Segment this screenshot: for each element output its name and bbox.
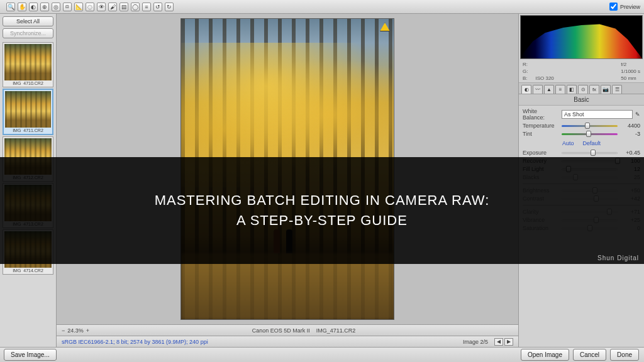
default-link[interactable]: Default <box>582 140 601 146</box>
current-filename: IMG_4711.CR2 <box>316 327 356 334</box>
hand-tool-icon[interactable]: ✋ <box>18 3 26 11</box>
preview-checkbox[interactable] <box>609 3 618 11</box>
watermark: Shun Digital <box>597 255 639 261</box>
synchronize-button[interactable]: Synchronize... <box>3 28 53 38</box>
wb-eyedropper-icon[interactable]: ✎ <box>635 111 640 118</box>
overlay-line1: MASTERING BATCH EDITING IN CAMERA RAW: <box>155 192 490 209</box>
preview-label: Preview <box>620 4 640 10</box>
rotate-ccw-icon[interactable]: ↺ <box>153 3 162 11</box>
redeye-tool-icon[interactable]: 👁 <box>97 3 106 11</box>
wb-label: White Balance: <box>523 108 559 121</box>
tab-curve[interactable]: 〰 <box>533 85 543 94</box>
tab-split[interactable]: ◧ <box>567 85 577 94</box>
prev-image-button[interactable]: ◀ <box>494 338 503 346</box>
wb-dropdown[interactable]: As Shot <box>562 110 633 119</box>
temperature-slider[interactable] <box>562 123 618 129</box>
tab-lens[interactable]: ⊙ <box>578 85 588 94</box>
histogram[interactable] <box>520 15 643 59</box>
status-bar: sRGB IEC61966-2.1; 8 bit; 2574 by 3861 (… <box>57 336 518 347</box>
wb-tool-icon[interactable]: ◐ <box>29 3 38 11</box>
exif-info: R:f/2 G:1/1000 s B:ISO 32050 mm <box>519 60 644 83</box>
next-image-button[interactable]: ▶ <box>504 338 513 346</box>
preview-toggle[interactable]: Preview <box>609 3 640 11</box>
tab-fx[interactable]: fx <box>589 85 599 94</box>
tab-hsl[interactable]: ≡ <box>555 85 565 94</box>
tool-icons: 🔍 ✋ ◐ ⊕ ◎ ⧈ 📐 ◌ 👁 🖌 ▤ ◯ ≡ ↺ ↻ <box>6 3 174 11</box>
zoom-tool-icon[interactable]: 🔍 <box>6 3 15 11</box>
radial-filter-icon[interactable]: ◯ <box>131 3 140 11</box>
image-counter: Image 2/5 <box>463 339 488 345</box>
top-toolbar: 🔍 ✋ ◐ ⊕ ◎ ⧈ 📐 ◌ 👁 🖌 ▤ ◯ ≡ ↺ ↻ Preview <box>0 0 644 14</box>
canvas-footer: − 24.3% + Canon EOS 5D Mark II IMG_4711.… <box>57 324 518 336</box>
crop-tool-icon[interactable]: ⧈ <box>63 3 72 11</box>
panel-title: Basic <box>519 94 644 106</box>
exposure-slider[interactable] <box>562 150 618 156</box>
straighten-tool-icon[interactable]: 📐 <box>74 3 83 11</box>
target-adjust-icon[interactable]: ◎ <box>52 3 60 11</box>
tint-slider[interactable] <box>562 131 618 137</box>
workflow-link[interactable]: sRGB IEC61966-2.1; 8 bit; 2574 by 3861 (… <box>62 339 208 345</box>
zoom-control[interactable]: − 24.3% + <box>62 327 89 334</box>
thumbnail[interactable]: IMG_4711.CR2 <box>3 89 53 135</box>
done-button[interactable]: Done <box>610 349 639 361</box>
tab-calibrate[interactable]: 📷 <box>601 85 611 94</box>
prefs-icon[interactable]: ≡ <box>142 3 151 11</box>
tab-basic[interactable]: ◐ <box>521 85 531 94</box>
select-all-button[interactable]: Select All <box>3 16 53 26</box>
auto-link[interactable]: Auto <box>562 140 574 146</box>
zoom-value: 24.3% <box>67 327 84 334</box>
open-image-button[interactable]: Open Image <box>521 349 569 361</box>
tab-detail[interactable]: ▲ <box>544 85 554 94</box>
camera-model: Canon EOS 5D Mark II <box>252 327 310 334</box>
overlay-line2: A STEP-BY-STEP GUIDE <box>236 212 408 229</box>
grad-filter-icon[interactable]: ▤ <box>119 3 128 11</box>
save-image-button[interactable]: Save Image... <box>4 349 57 361</box>
spot-removal-icon[interactable]: ◌ <box>86 3 94 11</box>
panel-tabs: ◐ 〰 ▲ ≡ ◧ ⊙ fx 📷 ☰ <box>519 83 644 94</box>
tab-presets[interactable]: ☰ <box>612 85 622 94</box>
article-title-overlay: MASTERING BATCH EDITING IN CAMERA RAW: A… <box>0 157 644 264</box>
cancel-button[interactable]: Cancel <box>573 349 606 361</box>
thumbnail[interactable]: IMG_4710.CR2 <box>3 42 53 87</box>
color-sampler-icon[interactable]: ⊕ <box>40 3 49 11</box>
adjust-brush-icon[interactable]: 🖌 <box>108 3 117 11</box>
bottom-bar: Save Image... Open Image Cancel Done <box>0 347 644 362</box>
rotate-cw-icon[interactable]: ↻ <box>165 3 174 11</box>
